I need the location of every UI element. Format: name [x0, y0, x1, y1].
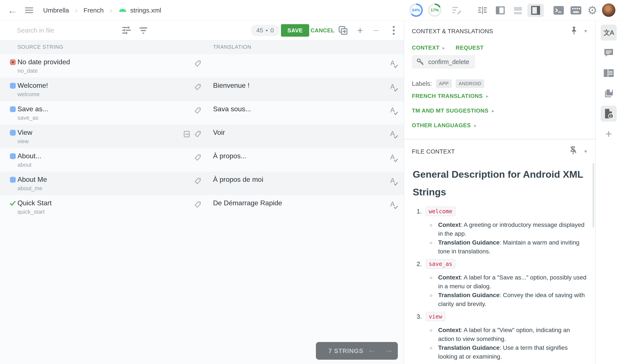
- guidance-bullet: Translation Guidance: Convey the idea of…: [430, 291, 587, 308]
- unpin-icon[interactable]: [569, 146, 577, 156]
- translation-text: Bienvenue !: [213, 82, 249, 89]
- file-context-scrollbar[interactable]: [592, 163, 594, 228]
- save-button[interactable]: SAVE: [281, 24, 309, 37]
- triangle-right-icon: ▸: [443, 45, 445, 51]
- source-column-header: SOURCE STRING: [17, 44, 63, 50]
- string-key-value: confirm_delete: [428, 58, 469, 66]
- table-row[interactable]: No date provided no_date A: [0, 54, 404, 78]
- back-arrow-icon[interactable]: ←: [6, 0, 19, 20]
- chevron-down-icon[interactable]: ▾: [584, 148, 587, 154]
- view-side-by-side-icon[interactable]: [492, 4, 508, 17]
- spellcheck-icon[interactable]: A: [390, 59, 399, 70]
- dictionary-panel-icon[interactable]: [601, 85, 617, 101]
- view-right-panel-icon[interactable]: [527, 4, 544, 17]
- spellcheck-icon[interactable]: A: [390, 82, 399, 93]
- file-context-title: FILE CONTEXT: [412, 148, 455, 155]
- spellcheck-icon[interactable]: A: [390, 200, 399, 211]
- search-settings-icon[interactable]: [119, 21, 134, 40]
- string-key: save_as: [17, 115, 38, 121]
- section-other-languages[interactable]: OTHER LANGUAGES▸: [412, 122, 477, 129]
- string-key: welcome: [17, 91, 40, 98]
- table-header: SOURCE STRING TRANSLATION: [0, 40, 404, 54]
- source-string: About Me: [17, 175, 47, 184]
- breadcrumb-language[interactable]: French: [84, 7, 104, 14]
- filter-icon[interactable]: [136, 21, 151, 40]
- table-row[interactable]: Quick Start quick_start De Démarrage Rap…: [0, 195, 404, 219]
- pager-prev-icon[interactable]: ←: [368, 345, 376, 355]
- editor-toolbar: 45 • 0 SAVE CANCEL + −: [0, 21, 404, 40]
- plus-icon[interactable]: +: [353, 21, 367, 40]
- more-options-icon[interactable]: [387, 21, 400, 40]
- file-context-panel-icon[interactable]: [601, 106, 617, 122]
- key-icon: [416, 57, 425, 67]
- tag-icon: [194, 177, 201, 186]
- label-chip-app[interactable]: APP: [436, 79, 452, 88]
- user-avatar[interactable]: [602, 3, 615, 17]
- console-icon[interactable]: [551, 0, 566, 20]
- plus-icon: +: [605, 127, 612, 140]
- table-row[interactable]: About... about À propos... A: [0, 148, 404, 172]
- item-key-chip: save_as: [426, 259, 455, 269]
- terms-panel-icon[interactable]: [601, 65, 617, 81]
- comments-panel-icon[interactable]: [601, 45, 617, 61]
- pager-next-icon[interactable]: →: [384, 345, 393, 355]
- item-key-chip: view: [426, 312, 445, 321]
- file-context-item: 1. welcome Context: A greeting or introd…: [413, 207, 587, 256]
- string-key: no_date: [17, 68, 38, 74]
- spellcheck-icon[interactable]: A: [390, 129, 399, 140]
- settings-gear-icon[interactable]: ⚙: [585, 0, 600, 20]
- spellcheck-icon[interactable]: A: [390, 106, 399, 117]
- table-row[interactable]: Save as... save_as Sava sous... A: [0, 101, 404, 125]
- tag-icon: [194, 130, 201, 139]
- table-row[interactable]: View view Voir A: [0, 125, 404, 148]
- source-string: Quick Start: [17, 199, 52, 207]
- breadcrumb-file[interactable]: strings.xml: [118, 7, 161, 14]
- chevron-down-icon[interactable]: ▾: [584, 28, 587, 34]
- label-chip-android[interactable]: ANDROID: [456, 79, 484, 88]
- panel-divider: [404, 139, 596, 139]
- add-panel-icon[interactable]: +: [601, 126, 617, 142]
- translation-text: À propos de moi: [213, 175, 263, 184]
- search-input[interactable]: [17, 25, 109, 36]
- spellcheck-icon[interactable]: A: [390, 176, 399, 187]
- translated-progress-ring[interactable]: 64%: [410, 3, 423, 17]
- hamburger-icon: [25, 6, 33, 15]
- spellcheck-icon[interactable]: A: [390, 153, 399, 164]
- main-menu-icon[interactable]: [23, 0, 35, 20]
- keyboard-icon[interactable]: [568, 0, 584, 20]
- table-row[interactable]: Welcome! welcome Bienvenue ! A: [0, 78, 404, 101]
- copy-source-icon[interactable]: [336, 21, 351, 40]
- minus-icon[interactable]: −: [369, 21, 383, 40]
- view-comfortable-icon[interactable]: [474, 4, 491, 17]
- context-panel-title: CONTEXT & TRANSLATIONS: [412, 28, 493, 35]
- counter-dot: •: [266, 27, 268, 34]
- strings-list-pane: 45 • 0 SAVE CANCEL + − SOURCE STRING TRA…: [0, 21, 404, 364]
- guidance-bullet: Translation Guidance: Maintain a warm an…: [430, 238, 587, 256]
- context-bullet: Context: A label for a "View" option, in…: [430, 326, 587, 343]
- tab-request[interactable]: REQUEST: [456, 44, 484, 51]
- breadcrumb-project[interactable]: Umbrella: [43, 7, 69, 14]
- string-key-chip[interactable]: confirm_delete: [412, 55, 475, 69]
- breadcrumb: Umbrella › French › strings.xml: [43, 0, 161, 20]
- status-icon: [10, 106, 16, 112]
- view-bottom-panel-icon[interactable]: [510, 4, 526, 17]
- translate-panel-icon[interactable]: 文A: [601, 25, 617, 40]
- section-tm-mt-suggestions[interactable]: TM AND MT SUGGESTIONS▸: [412, 107, 494, 114]
- strings-count-label: 7 STRINGS: [328, 347, 363, 354]
- triangle-right-icon: ▸: [492, 108, 494, 113]
- tab-context[interactable]: CONTEXT▸: [412, 44, 445, 51]
- item-number: 1.: [416, 208, 422, 215]
- context-bullet: Context: A label for a "Save as..." opti…: [430, 273, 587, 291]
- pin-icon[interactable]: [570, 26, 578, 37]
- approved-progress-ring[interactable]: 17%: [428, 3, 441, 17]
- status-icon: [10, 153, 16, 159]
- translation-text: De Démarrage Rapide: [213, 199, 282, 207]
- tag-icon: [194, 60, 201, 68]
- edit-list-icon[interactable]: [449, 0, 465, 20]
- translation-column-header: TRANSLATION: [213, 44, 251, 50]
- section-french-translations[interactable]: FRENCH TRANSLATIONS▸: [412, 93, 488, 99]
- source-string: No date provided: [17, 58, 70, 66]
- table-row[interactable]: About Me about_me À propos de moi A: [0, 172, 404, 195]
- counter-selected: 0: [270, 27, 274, 34]
- cancel-button[interactable]: CANCEL: [306, 24, 339, 37]
